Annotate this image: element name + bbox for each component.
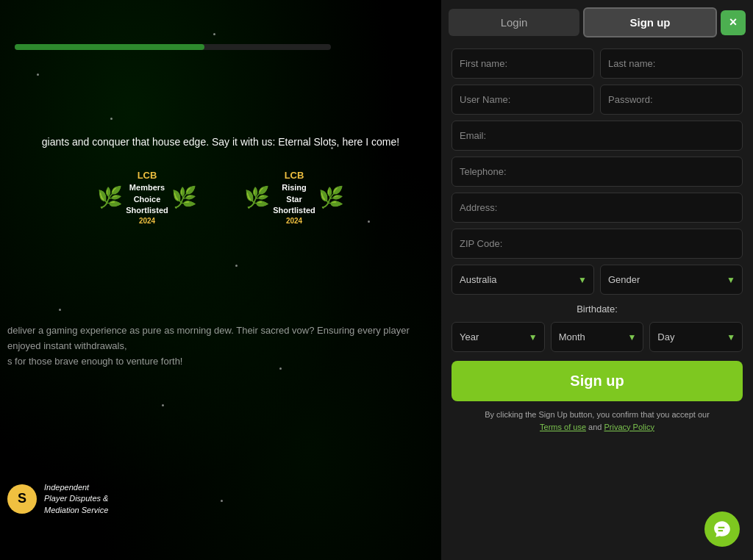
wreath-right-icon: 🌿 [171, 187, 197, 208]
tabs-row: Login Sign up × [441, 0, 753, 45]
wreath-left-icon: 🌿 [97, 187, 123, 208]
badge-members-choice: 🌿 LCB Members Choice Shortlisted 2024 🌿 [103, 169, 191, 229]
star-dot [235, 265, 238, 267]
badge-text-2: LCB Rising Star Shortlisted 2024 [273, 169, 315, 226]
badges-row: 🌿 LCB Members Choice Shortlisted 2024 🌿 … [15, 169, 427, 229]
chat-icon [713, 520, 732, 539]
left-panel: giants and conquer that house edge. Say … [0, 0, 441, 560]
form-body: Australia ▼ Gender ▼ Birthdate: Year ▼ [441, 45, 753, 443]
wreath-left-icon-2: 🌿 [244, 187, 270, 208]
zip-field[interactable] [452, 229, 743, 259]
year-select[interactable]: Year [452, 322, 545, 352]
country-select[interactable]: Australia [452, 265, 594, 295]
badge-rising-star: 🌿 LCB Rising Star Shortlisted 2024 🌿 [250, 169, 338, 229]
country-wrapper: Australia ▼ [452, 265, 594, 295]
telephone-field[interactable] [452, 157, 743, 187]
star-dot [162, 404, 164, 406]
year-wrapper: Year ▼ [452, 322, 545, 352]
gender-select[interactable]: Gender [600, 265, 743, 295]
right-panel: Login Sign up × [441, 0, 753, 560]
wreath-right-icon-2: 🌿 [318, 187, 344, 208]
day-wrapper: Day ▼ [649, 322, 743, 352]
tagline-text: giants and conquer that house edge. Say … [0, 136, 441, 148]
progress-bar [15, 44, 204, 50]
name-row [452, 49, 743, 79]
badge-text-1: LCB Members Choice Shortlisted 2024 [126, 169, 168, 226]
badge-wreath-2: 🌿 LCB Rising Star Shortlisted 2024 🌿 [244, 169, 343, 226]
address-field[interactable] [452, 193, 743, 223]
terms-link[interactable]: Terms of use [540, 423, 586, 431]
address-row [452, 193, 743, 223]
star-dot [59, 309, 61, 311]
signup-button[interactable]: Sign up [452, 361, 743, 401]
telephone-row [452, 157, 743, 187]
login-tab[interactable]: Login [449, 9, 579, 36]
chat-bubble-button[interactable] [704, 511, 740, 547]
privacy-link[interactable]: Privacy Policy [604, 423, 654, 431]
last-name-field[interactable] [600, 49, 743, 79]
country-gender-row: Australia ▼ Gender ▼ [452, 265, 743, 295]
gender-wrapper: Gender ▼ [600, 265, 743, 295]
credentials-row [452, 85, 743, 115]
star-dot [37, 73, 39, 76]
star-dot [110, 118, 113, 120]
logo-icon: S [7, 484, 37, 514]
signup-tab[interactable]: Sign up [583, 7, 717, 37]
birthdate-label: Birthdate: [452, 301, 743, 316]
terms-text: By clicking the Sign Up button, you conf… [452, 409, 743, 433]
first-name-field[interactable] [452, 49, 594, 79]
day-select[interactable]: Day [649, 322, 743, 352]
email-field[interactable] [452, 121, 743, 151]
logo-area: S Independent Player Disputes & Mediatio… [7, 482, 108, 516]
birthdate-row: Year ▼ Month ▼ Day ▼ [452, 322, 743, 352]
zip-row [452, 229, 743, 259]
progress-bar-container [15, 44, 331, 50]
month-select[interactable]: Month [551, 322, 644, 352]
description-text: deliver a gaming experience as pure as m… [0, 323, 441, 369]
month-wrapper: Month ▼ [551, 322, 644, 352]
email-row [452, 121, 743, 151]
username-field[interactable] [452, 85, 594, 115]
star-dot [221, 500, 223, 502]
badge-wreath-1: 🌿 LCB Members Choice Shortlisted 2024 🌿 [97, 169, 196, 226]
star-dot [213, 33, 215, 35]
close-button[interactable]: × [721, 10, 746, 35]
password-field[interactable] [600, 85, 743, 115]
logo-text: Independent Player Disputes & Mediation … [44, 482, 108, 516]
